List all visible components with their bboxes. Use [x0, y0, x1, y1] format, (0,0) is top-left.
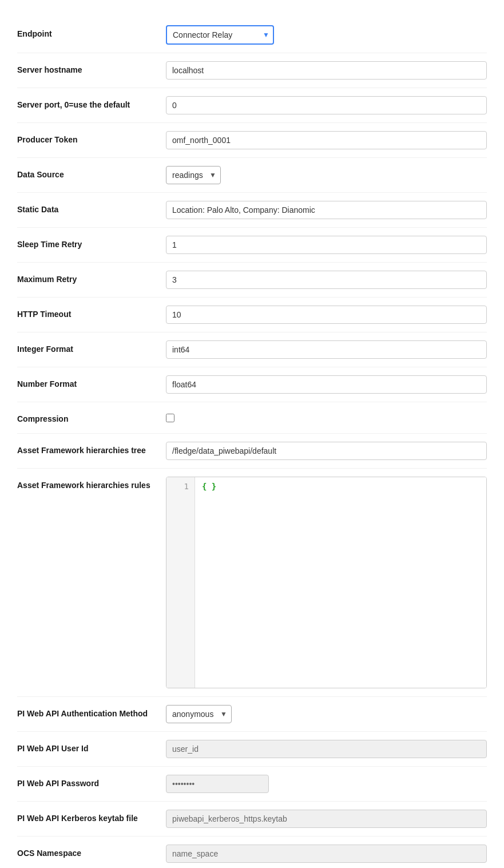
server-port-input[interactable]	[166, 96, 487, 114]
number-format-row: Number Format	[17, 367, 487, 402]
number-format-label: Number Format	[17, 375, 166, 390]
maximum-retry-input[interactable]	[166, 271, 487, 289]
pi-kerberos-input[interactable]	[166, 810, 487, 828]
pi-user-id-input[interactable]	[166, 740, 487, 758]
pi-password-control	[166, 775, 487, 793]
data-source-label: Data Source	[17, 166, 166, 181]
endpoint-row: Endpoint Connector Relay AVEVA Data Hub …	[17, 17, 487, 53]
http-timeout-row: HTTP Timeout	[17, 298, 487, 332]
pi-password-input[interactable]	[166, 775, 269, 793]
pi-password-row: PI Web API Password	[17, 767, 487, 802]
pi-auth-label: PI Web API Authentication Method	[17, 705, 166, 720]
server-hostname-input[interactable]	[166, 61, 487, 80]
producer-token-input[interactable]	[166, 131, 487, 149]
integer-format-input[interactable]	[166, 340, 487, 359]
integer-format-control	[166, 340, 487, 359]
compression-row: Compression	[17, 402, 487, 434]
integer-format-label: Integer Format	[17, 340, 166, 355]
pi-kerberos-label: PI Web API Kerberos keytab file	[17, 810, 166, 825]
sleep-time-retry-row: Sleep Time Retry	[17, 228, 487, 263]
static-data-label: Static Data	[17, 201, 166, 216]
producer-token-row: Producer Token	[17, 123, 487, 158]
pi-auth-control: anonymous basic kerberos ▼	[166, 705, 487, 723]
endpoint-control: Connector Relay AVEVA Data Hub OSIsoft C…	[166, 25, 487, 45]
endpoint-select[interactable]: Connector Relay AVEVA Data Hub OSIsoft C…	[166, 25, 274, 45]
producer-token-control	[166, 131, 487, 149]
pi-user-id-row: PI Web API User Id	[17, 732, 487, 767]
ocs-namespace-label: OCS Namespace	[17, 845, 166, 859]
pi-password-label: PI Web API Password	[17, 775, 166, 790]
server-hostname-row: Server hostname	[17, 53, 487, 88]
maximum-retry-label: Maximum Retry	[17, 271, 166, 286]
ocs-namespace-control	[166, 845, 487, 863]
pi-user-id-control	[166, 740, 487, 758]
http-timeout-input[interactable]	[166, 306, 487, 324]
static-data-row: Static Data	[17, 193, 487, 228]
line-number-1: 1	[184, 482, 189, 491]
code-gutter: 1	[166, 477, 195, 688]
af-rules-label: Asset Framework hierarchies rules	[17, 477, 166, 492]
maximum-retry-control	[166, 271, 487, 289]
data-source-control: readings statistics audit ▼	[166, 166, 487, 184]
ocs-namespace-input[interactable]	[166, 845, 487, 863]
af-tree-control	[166, 442, 487, 460]
static-data-control	[166, 201, 487, 219]
af-tree-row: Asset Framework hierarchies tree	[17, 434, 487, 469]
af-tree-label: Asset Framework hierarchies tree	[17, 442, 166, 457]
compression-control	[166, 410, 487, 424]
af-rules-row: Asset Framework hierarchies rules 1 { }	[17, 469, 487, 697]
pi-auth-row: PI Web API Authentication Method anonymo…	[17, 697, 487, 732]
endpoint-label: Endpoint	[17, 25, 166, 40]
code-braces: { }	[202, 482, 216, 491]
maximum-retry-row: Maximum Retry	[17, 263, 487, 298]
http-timeout-control	[166, 306, 487, 324]
compression-checkbox[interactable]	[166, 414, 174, 422]
number-format-input[interactable]	[166, 375, 487, 394]
endpoint-select-wrapper[interactable]: Connector Relay AVEVA Data Hub OSIsoft C…	[166, 25, 274, 45]
sleep-time-retry-control	[166, 236, 487, 254]
code-editor[interactable]: 1 { }	[166, 477, 487, 688]
sleep-time-retry-input[interactable]	[166, 236, 487, 254]
sleep-time-retry-label: Sleep Time Retry	[17, 236, 166, 251]
server-port-control	[166, 96, 487, 114]
compression-label: Compression	[17, 410, 166, 425]
integer-format-row: Integer Format	[17, 332, 487, 367]
data-source-select[interactable]: readings statistics audit	[166, 166, 221, 184]
code-content[interactable]: { }	[195, 477, 486, 688]
producer-token-label: Producer Token	[17, 131, 166, 146]
number-format-control	[166, 375, 487, 394]
http-timeout-label: HTTP Timeout	[17, 306, 166, 320]
pi-user-id-label: PI Web API User Id	[17, 740, 166, 755]
af-rules-control: 1 { }	[166, 477, 487, 688]
server-port-label: Server port, 0=use the default	[17, 96, 166, 111]
af-tree-input[interactable]	[166, 442, 487, 460]
static-data-input[interactable]	[166, 201, 487, 219]
server-hostname-label: Server hostname	[17, 61, 166, 76]
settings-form: Endpoint Connector Relay AVEVA Data Hub …	[0, 0, 504, 868]
ocs-namespace-row: OCS Namespace	[17, 837, 487, 868]
server-port-row: Server port, 0=use the default	[17, 88, 487, 123]
data-source-row: Data Source readings statistics audit ▼	[17, 158, 487, 193]
pi-auth-select[interactable]: anonymous basic kerberos	[166, 705, 232, 723]
pi-kerberos-row: PI Web API Kerberos keytab file	[17, 802, 487, 837]
server-hostname-control	[166, 61, 487, 80]
pi-auth-select-wrapper[interactable]: anonymous basic kerberos ▼	[166, 705, 232, 723]
data-source-select-wrapper[interactable]: readings statistics audit ▼	[166, 166, 221, 184]
pi-kerberos-control	[166, 810, 487, 828]
